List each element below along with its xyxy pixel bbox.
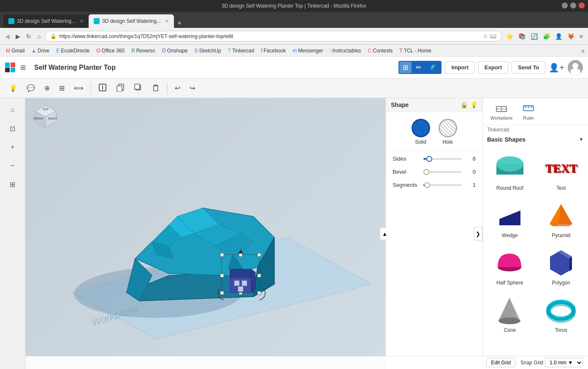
shape-item-text[interactable]: TEXT Text: [536, 148, 587, 194]
copy-button[interactable]: [112, 80, 128, 96]
segments-thumb[interactable]: [424, 182, 430, 188]
bevel-thumb[interactable]: [423, 169, 429, 175]
import-button[interactable]: Import: [445, 61, 474, 74]
shape-item-half-sphere[interactable]: Half Sphere: [485, 243, 535, 289]
grid-view-button[interactable]: ⊞: [399, 62, 412, 73]
bookmark-ecoledirecte[interactable]: E EcoleDirecte: [54, 47, 92, 55]
window-maximize-button[interactable]: [570, 3, 576, 8]
workplane-button[interactable]: Workplane: [486, 101, 517, 122]
add-user-button[interactable]: 👤+: [549, 63, 564, 73]
svg-point-70: [496, 156, 523, 172]
tabs-bar: 3D design Self Watering... ✕ 3D design S…: [0, 12, 588, 28]
align-button[interactable]: ⊞: [55, 81, 68, 95]
bookmark-contests[interactable]: C Contests: [365, 47, 395, 55]
new-tab-button[interactable]: +: [174, 19, 185, 28]
reader-mode-button[interactable]: 📖: [490, 33, 496, 39]
home-view-button[interactable]: ⌂: [4, 101, 21, 118]
solid-button[interactable]: Solid: [412, 119, 430, 145]
bookmark-star-button[interactable]: ☆: [483, 33, 488, 39]
redo-button[interactable]: ↪: [186, 81, 199, 95]
firefox-logo-button[interactable]: 🦊: [566, 31, 576, 41]
bookmark-gmail[interactable]: M Gmail: [3, 47, 27, 55]
bookmark-facebook[interactable]: f Facebook: [258, 47, 288, 55]
lock-shape-button[interactable]: 🔒: [461, 101, 468, 108]
zoom-in-button[interactable]: +: [4, 139, 21, 156]
shape-item-wedge[interactable]: Wedge: [485, 195, 535, 242]
bookmark-tcl[interactable]: T TCL - Home: [397, 47, 434, 55]
snap-grid-select[interactable]: 1.0 mm ▼: [545, 358, 583, 367]
svg-rect-44: [220, 253, 224, 257]
home-button[interactable]: ⌂: [35, 31, 42, 41]
pencil-view-button[interactable]: ✏: [412, 62, 425, 73]
svg-rect-48: [257, 274, 261, 277]
new-shape-button[interactable]: [95, 80, 111, 96]
polygon-label: Polygon: [552, 280, 570, 286]
undo-button[interactable]: ↩: [171, 81, 184, 95]
hide-show-button[interactable]: 💡: [5, 81, 21, 95]
scroll-right-button[interactable]: ❯: [474, 227, 482, 241]
ruler-button[interactable]: Ruler: [518, 101, 539, 122]
menu-grid-button[interactable]: ⊞: [19, 62, 27, 73]
comment-button[interactable]: 💬: [23, 81, 39, 95]
forward-button[interactable]: ▶: [14, 31, 22, 41]
sides-thumb[interactable]: [426, 156, 432, 162]
shape-item-cone[interactable]: Cone: [485, 290, 535, 336]
layers-button[interactable]: ⊞: [4, 176, 21, 193]
bookmark-messenger[interactable]: m Messenger: [290, 47, 325, 55]
export-button[interactable]: Export: [478, 61, 508, 74]
sides-track[interactable]: [423, 158, 462, 160]
duplicate-button[interactable]: [130, 80, 146, 96]
sendto-button[interactable]: Send To: [512, 61, 545, 74]
hole-button[interactable]: Hole: [439, 119, 457, 145]
bookmarks-overflow[interactable]: »: [581, 47, 585, 54]
window-close-button[interactable]: [579, 3, 585, 8]
bookmark-reverso[interactable]: R Reverso: [129, 47, 157, 55]
fit-view-button[interactable]: ⊡: [4, 120, 21, 137]
sync-button[interactable]: 🔄: [529, 31, 539, 41]
window-minimize-button[interactable]: [562, 3, 568, 8]
bookmark-button[interactable]: ⭐: [504, 31, 515, 41]
extensions-button[interactable]: 🧩: [541, 31, 552, 41]
shape-item-polygon[interactable]: Polygon: [536, 243, 587, 289]
bookmark-instructables[interactable]: i Instructables: [328, 47, 364, 55]
bookmark-tinkercad[interactable]: T Tinkercad: [225, 47, 257, 55]
tab-2[interactable]: 3D design Self Watering... ✕: [89, 14, 174, 28]
mirror-button[interactable]: ⟺: [70, 81, 87, 95]
shape-item-pyramid[interactable]: Pyramid: [536, 195, 587, 242]
header-right: ⊞ ✏ 🧳 Import Export Send To 👤+: [398, 60, 583, 75]
back-button[interactable]: ◀: [3, 31, 11, 41]
firefox-account-button[interactable]: 👤: [553, 31, 564, 41]
edit-grid-button[interactable]: Edit Grid: [486, 358, 515, 367]
tab1-close[interactable]: ✕: [80, 19, 84, 24]
user-avatar[interactable]: [568, 60, 583, 75]
shape-item-torus[interactable]: Torus: [536, 290, 587, 336]
shape-item-round-roof[interactable]: Round Roof: [485, 148, 535, 194]
menu-button[interactable]: ≡: [578, 31, 585, 41]
bookmark-onshape[interactable]: O Onshape: [159, 47, 190, 55]
bookmark-sketchup[interactable]: S SketchUp: [192, 47, 224, 55]
url-bar[interactable]: 🔒 https://www.tinkercad.com/things/1q7D5…: [45, 31, 501, 41]
tab-1[interactable]: 3D design Self Watering... ✕: [3, 14, 89, 28]
canvas-area[interactable]: TOP FRONT RIGHT: [25, 98, 588, 369]
tab2-close[interactable]: ✕: [165, 19, 169, 24]
segments-track[interactable]: [423, 184, 462, 186]
bookmark-office360[interactable]: O Office 360: [94, 47, 127, 55]
collapse-panel-button[interactable]: ▲: [380, 227, 389, 240]
case-view-button[interactable]: 🧳: [425, 62, 441, 73]
bookmark-drive[interactable]: ▲ Drive: [29, 47, 52, 55]
lightbulb-button[interactable]: 💡: [470, 101, 477, 108]
refresh-button[interactable]: ↻: [24, 31, 33, 41]
logo-cell-bl: [5, 68, 10, 72]
category-dropdown-button[interactable]: ▼: [579, 137, 584, 142]
group-button[interactable]: ⊕: [41, 81, 54, 95]
solid-label: Solid: [415, 139, 426, 145]
bevel-track[interactable]: [423, 171, 462, 173]
history-button[interactable]: 📚: [517, 31, 527, 41]
svg-rect-45: [239, 253, 242, 257]
delete-button[interactable]: [148, 80, 164, 96]
app-logo[interactable]: ⊞: [5, 62, 27, 73]
shapes-library-panel: Workplane Ruler Tinkercad: [482, 98, 588, 369]
pyramid-label: Pyramid: [552, 232, 570, 238]
tab1-favicon: [8, 18, 14, 24]
zoom-out-button[interactable]: −: [4, 157, 21, 174]
